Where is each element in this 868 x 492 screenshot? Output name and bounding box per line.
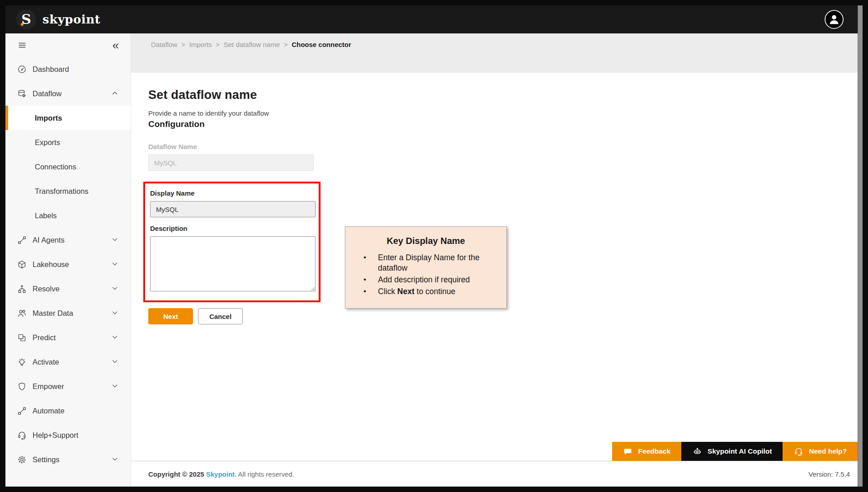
description-label: Description (150, 225, 314, 232)
sidebar-item-label: Automate (33, 407, 123, 415)
display-name-input[interactable] (150, 201, 316, 217)
page-content: Set dataflow name Provide a name to iden… (131, 73, 863, 461)
hamburger-menu-icon[interactable] (16, 39, 28, 51)
sidebar-item-label: Settings (33, 455, 111, 464)
sidebar: « DashboardDataflowImportsExportsConnect… (5, 33, 131, 487)
shield-icon (17, 381, 27, 391)
sidebar-item-label: Imports (35, 114, 123, 122)
breadcrumb-item[interactable]: Set dataflow name (224, 41, 280, 48)
cube-icon (17, 259, 27, 269)
sidebar-item-dashboard[interactable]: Dashboard (5, 57, 131, 81)
sidebar-item-lakehouse[interactable]: Lakehouse (5, 252, 131, 276)
chevron-down-icon (111, 284, 120, 293)
breadcrumb-separator: > (216, 41, 220, 48)
cancel-button[interactable]: Cancel (198, 308, 243, 324)
skypoint-logo-icon: S (16, 9, 36, 29)
breadcrumb-current: Choose connector (292, 41, 351, 48)
display-name-label: Display Name (150, 189, 314, 197)
sidebar-item-predict[interactable]: Predict (5, 325, 131, 350)
feedback-button[interactable]: Feedback (612, 442, 682, 461)
callout-bullet-list: Enter a Display Name for the dataflowAdd… (352, 253, 500, 297)
sidebar-item-settings[interactable]: Settings (5, 447, 131, 472)
app-header: S skypoint (5, 5, 863, 33)
description-field-group: Description (150, 225, 314, 291)
breadcrumb-separator: > (284, 41, 288, 48)
sidebar-item-labels[interactable]: Labels (5, 203, 131, 228)
quick-action-label: Feedback (638, 447, 671, 455)
collapse-sidebar-icon[interactable]: « (112, 39, 120, 51)
next-button[interactable]: Next (148, 308, 193, 324)
dataflow-name-input (148, 155, 314, 171)
sidebar-item-help-support[interactable]: Help+Support (5, 423, 131, 447)
sidebar-item-label: Resolve (33, 285, 111, 293)
copilot-button[interactable]: Skypoint AI Copilot (681, 442, 783, 461)
breadcrumb-item[interactable]: Imports (189, 41, 212, 48)
sidebar-item-dataflow[interactable]: Dataflow (5, 81, 131, 106)
sidebar-item-connections[interactable]: Connections (5, 155, 131, 179)
need-help-button[interactable]: Need help? (783, 442, 858, 461)
callout-bullet: Click Next to continue (352, 286, 487, 297)
gear-icon (17, 455, 27, 464)
display-name-field-group: Display Name (150, 189, 314, 217)
page-subtitle: Provide a name to identify your dataflow (148, 109, 863, 117)
sidebar-nav: DashboardDataflowImportsExportsConnectio… (5, 57, 131, 487)
brand-logo: S skypoint (16, 9, 100, 29)
quick-action-label: Skypoint AI Copilot (708, 447, 772, 455)
speech-bubble-icon (623, 446, 633, 456)
sidebar-item-ai-agents[interactable]: AI Agents (5, 228, 131, 252)
copyright-prefix: Copyright © 2025 (148, 470, 206, 478)
person-icon (827, 13, 841, 26)
sidebar-item-label: Help+Support (33, 431, 123, 440)
sidebar-item-transformations[interactable]: Transformations (5, 179, 131, 203)
squares-icon (17, 333, 27, 342)
headset-icon (793, 446, 803, 456)
dashboard-icon (17, 64, 27, 74)
sidebar-item-resolve[interactable]: Resolve (5, 276, 131, 301)
window-scrollbar[interactable] (858, 5, 863, 487)
highlight-annotation-box: Display Name Description (143, 182, 321, 302)
main-area: Dataflow>Imports>Set dataflow name>Choos… (131, 33, 863, 487)
callout-title: Key Display Name (352, 236, 500, 246)
sidebar-item-label: Labels (35, 211, 123, 220)
description-textarea[interactable] (150, 236, 316, 291)
brand-name: skypoint (42, 13, 100, 26)
dataflow-icon (17, 89, 27, 98)
sidebar-item-imports[interactable]: Imports (5, 106, 131, 130)
user-avatar[interactable] (825, 10, 844, 29)
key-display-name-callout: Key Display Name Enter a Display Name fo… (345, 226, 507, 309)
chevron-down-icon (111, 382, 120, 391)
sidebar-item-label: Activate (33, 358, 111, 366)
copyright-suffix: All rights reserved. (236, 470, 294, 478)
skypoint-footer-link[interactable]: Skypoint. (206, 470, 237, 478)
sidebar-item-automate[interactable]: Automate (5, 398, 131, 423)
sidebar-item-label: AI Agents (33, 236, 111, 244)
section-title: Configuration (148, 119, 863, 129)
sidebar-item-label: Predict (33, 333, 111, 342)
sidebar-item-label: Dashboard (33, 65, 123, 74)
hierarchy-icon (17, 284, 27, 294)
chevron-down-icon (111, 333, 120, 342)
chevron-down-icon (111, 357, 120, 366)
lightbulb-icon (17, 357, 27, 367)
app-footer: Copyright © 2025 Skypoint. All rights re… (131, 461, 863, 487)
dataflow-name-label: Dataflow Name (148, 143, 314, 150)
sidebar-item-exports[interactable]: Exports (5, 130, 131, 155)
breadcrumb-separator: > (181, 41, 185, 48)
chevron-down-icon (111, 455, 120, 464)
chevron-down-icon (111, 309, 120, 318)
node-graph-icon (17, 235, 27, 245)
breadcrumb-item[interactable]: Dataflow (151, 41, 177, 48)
sidebar-item-master-data[interactable]: Master Data (5, 301, 131, 325)
callout-bullet: Add description if required (352, 275, 487, 285)
chevron-down-icon (111, 260, 120, 269)
sidebar-item-activate[interactable]: Activate (5, 350, 131, 374)
sidebar-item-label: Lakehouse (33, 260, 111, 269)
breadcrumb: Dataflow>Imports>Set dataflow name>Choos… (151, 41, 863, 48)
sidebar-item-label: Empower (33, 382, 111, 391)
robot-icon (692, 446, 702, 456)
logo-dot (21, 23, 24, 26)
sidebar-item-empower[interactable]: Empower (5, 374, 131, 398)
node-graph-icon (17, 406, 27, 416)
sidebar-item-label: Dataflow (33, 89, 111, 98)
people-icon (17, 308, 27, 318)
